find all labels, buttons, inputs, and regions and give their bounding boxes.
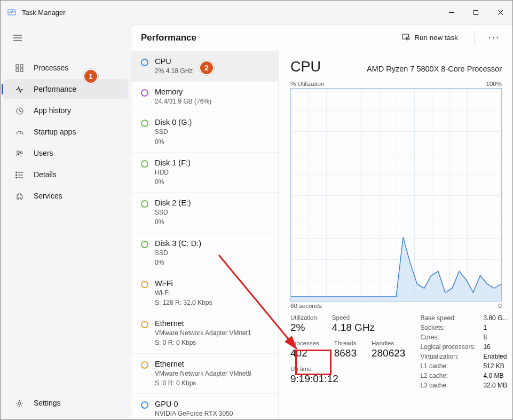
sidebar-item-label: Processes <box>34 64 68 72</box>
resource-subtext: 0% <box>155 258 201 267</box>
divider <box>474 31 475 45</box>
resource-label: Disk 2 (E:) <box>155 199 191 207</box>
users-icon <box>14 149 24 157</box>
chart-label-y: % Utilization <box>290 81 324 87</box>
resource-label: Disk 0 (G:) <box>155 118 192 126</box>
svg-line-13 <box>20 132 21 134</box>
maximize-button[interactable] <box>463 4 488 21</box>
resource-subtext: 0% <box>155 218 191 226</box>
more-button[interactable]: ··· <box>485 32 503 43</box>
spec-value: 512 KB <box>483 362 513 370</box>
spec-key: Base speed: <box>420 314 479 322</box>
svg-rect-11 <box>20 69 23 72</box>
pulse-icon <box>14 85 24 93</box>
sidebar: Processes Performance App history Startu… <box>1 24 131 419</box>
close-button[interactable] <box>488 4 512 21</box>
sidebar-item-app-history[interactable]: App history <box>4 100 128 121</box>
resource-item[interactable]: Disk 2 (E:)SSD0% <box>131 193 278 233</box>
svg-point-15 <box>20 152 22 154</box>
stat-threads: Threads 8683 <box>334 340 357 359</box>
resource-subtext: VMware Network Adapter VMnet8 <box>155 369 251 378</box>
puzzle-icon <box>14 192 24 200</box>
task-manager-window: Task Manager Processes Performance <box>0 0 513 420</box>
svg-point-14 <box>17 150 19 153</box>
resource-subtext: SSD <box>155 249 201 257</box>
spec-value: 1 <box>483 324 513 331</box>
resource-subtext: SSD <box>155 128 192 136</box>
resource-label: GPU 0 <box>155 400 233 408</box>
resource-subtext: 2% 4.18 GHz <box>155 67 193 75</box>
sidebar-item-users[interactable]: Users <box>4 143 128 163</box>
resource-subtext: 0% <box>155 178 191 186</box>
spec-value: 4.0 MB <box>483 372 513 379</box>
app-icon <box>7 7 17 17</box>
sidebar-item-settings[interactable]: Settings <box>4 393 128 413</box>
spec-value: 32.0 MB <box>483 382 513 389</box>
sidebar-item-processes[interactable]: Processes <box>4 58 128 78</box>
resource-item[interactable]: GPU 0NVIDIA GeForce RTX 30501% (33 °C) <box>131 394 278 419</box>
sidebar-item-performance[interactable]: Performance <box>4 79 128 99</box>
sidebar-item-label: Services <box>34 192 62 200</box>
resource-list: CPU2% 4.18 GHzMemory24.4/31.9 GB (76%)Di… <box>131 51 279 419</box>
resource-subtext: NVIDIA GeForce RTX 3050 <box>155 409 233 418</box>
resource-ring-icon <box>141 281 148 288</box>
svg-point-22 <box>18 402 21 405</box>
resource-item[interactable]: Disk 1 (F:)HDD0% <box>131 153 278 193</box>
svg-rect-8 <box>16 65 19 67</box>
svg-line-27 <box>219 255 296 348</box>
sidebar-item-label: Users <box>34 149 53 157</box>
resource-label: Disk 3 (C: D:) <box>155 239 201 248</box>
resource-item[interactable]: EthernetVMware Network Adapter VMnet8S: … <box>131 354 278 394</box>
titlebar: Task Manager <box>1 1 512 24</box>
resource-item[interactable]: Disk 0 (G:)SSD0% <box>131 112 278 152</box>
spec-table: Base speed:3.80 G…Sockets:1Cores:8Logica… <box>420 314 513 389</box>
resource-item[interactable]: Memory24.4/31.9 GB (76%) <box>131 82 278 112</box>
resource-ring-icon <box>141 59 148 66</box>
resource-subtext: 0% <box>155 138 192 146</box>
cpu-utilization-chart[interactable] <box>290 88 502 302</box>
resource-label: Ethernet <box>155 360 251 368</box>
run-task-label: Run new task <box>414 34 458 42</box>
resource-subtext: SSD <box>155 208 191 217</box>
resource-subtext: HDD <box>155 168 191 177</box>
svg-rect-2 <box>473 10 478 14</box>
spec-value: 3.80 G… <box>483 314 513 322</box>
sidebar-item-label: Details <box>34 170 57 179</box>
main-header: Performance Run new task ··· <box>131 25 512 51</box>
svg-point-21 <box>15 177 17 178</box>
resource-ring-icon <box>141 401 148 409</box>
grid-icon <box>14 64 24 72</box>
resource-subtext: Wi-Fi <box>155 289 212 297</box>
app-title: Task Manager <box>22 9 66 17</box>
resource-label: Disk 1 (F:) <box>155 159 191 167</box>
gear-icon <box>14 399 24 407</box>
resource-label: Memory <box>155 88 211 96</box>
page-title: Performance <box>141 33 390 43</box>
hamburger-button[interactable] <box>7 28 28 47</box>
detail-title: CPU <box>290 59 321 75</box>
spec-value: 16 <box>483 343 513 351</box>
stat-handles: Handles 280623 <box>372 340 405 359</box>
chart-label-xmin: 0 <box>499 303 502 309</box>
sidebar-item-label: Performance <box>34 85 76 93</box>
sidebar-item-startup-apps[interactable]: Startup apps <box>4 122 128 142</box>
spec-key: Logical processors: <box>420 343 479 351</box>
minimize-button[interactable] <box>439 4 463 21</box>
resource-ring-icon <box>141 361 148 369</box>
sidebar-item-label: Settings <box>34 399 61 407</box>
resource-ring-icon <box>141 160 148 168</box>
gauge-icon <box>14 128 24 136</box>
resource-label: CPU <box>155 57 193 66</box>
sidebar-item-services[interactable]: Services <box>4 186 128 206</box>
svg-point-19 <box>15 172 17 173</box>
history-icon <box>14 107 24 115</box>
resource-subtext: 24.4/31.9 GB (76%) <box>155 97 211 106</box>
sidebar-item-label: App history <box>34 106 71 115</box>
annotation-arrow <box>214 250 307 356</box>
sidebar-item-details[interactable]: Details <box>4 164 128 185</box>
resource-subtext: S: 0 R: 0 Kbps <box>155 379 251 387</box>
run-new-task-button[interactable]: Run new task <box>396 30 463 45</box>
svg-point-20 <box>15 175 17 176</box>
spec-key: Sockets: <box>420 324 479 331</box>
resource-subtext: 1% (33 °C) <box>155 419 233 419</box>
